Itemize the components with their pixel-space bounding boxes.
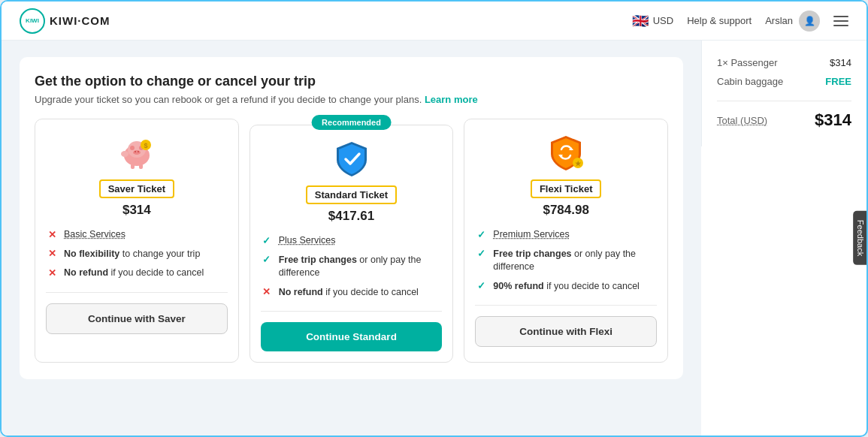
standard-feature-2-text: No refund if you decide to cancel bbox=[279, 286, 419, 300]
flexi-feature-1-text: Free trip changes or only pay the differ… bbox=[493, 248, 657, 274]
continue-flexi-button[interactable]: Continue with Flexi bbox=[475, 316, 657, 347]
basic-services-label[interactable]: Basic Services bbox=[64, 229, 126, 240]
standard-price: $417.61 bbox=[328, 209, 374, 224]
svg-text:★: ★ bbox=[575, 160, 582, 167]
subtitle-text: Upgrade your ticket so you can rebook or… bbox=[35, 94, 422, 105]
check-icon-flexi-2: ✓ bbox=[475, 281, 487, 293]
baggage-row: Cabin baggage FREE bbox=[717, 76, 851, 87]
pig-svg: $ bbox=[117, 133, 156, 172]
cross-icon-1: ✕ bbox=[46, 249, 58, 261]
section-title: Get the option to change or cancel your … bbox=[35, 74, 668, 89]
cross-icon-2: ✕ bbox=[46, 267, 58, 279]
standard-icon bbox=[331, 137, 373, 179]
check-icon-flexi-service: ✓ bbox=[475, 229, 487, 241]
sidebar-wrapper: 1× Passenger $314 Cabin baggage FREE Tot… bbox=[701, 41, 866, 435]
svg-text:$: $ bbox=[144, 142, 147, 149]
saver-divider bbox=[46, 292, 228, 293]
check-icon-flexi-1: ✓ bbox=[475, 249, 487, 261]
shield-svg bbox=[332, 139, 371, 178]
currency-label: USD bbox=[653, 15, 673, 26]
continue-saver-button[interactable]: Continue with Saver bbox=[46, 303, 228, 334]
refund-bold-flexi: 90% refund bbox=[493, 281, 543, 291]
svg-point-5 bbox=[135, 151, 136, 152]
standard-feature-1-text: Free trip changes or only pay the differ… bbox=[279, 254, 443, 280]
flexi-divider bbox=[475, 305, 657, 306]
total-amount: $314 bbox=[815, 110, 851, 130]
hamburger-line-3 bbox=[833, 25, 848, 26]
standard-feature-2: ✕ No refund if you decide to cancel bbox=[261, 286, 443, 300]
standard-ticket-label: Standard Ticket bbox=[306, 185, 397, 204]
continue-standard-button[interactable]: Continue Standard bbox=[261, 322, 443, 351]
cross-icon-service: ✕ bbox=[46, 229, 58, 241]
user-avatar[interactable]: 👤 bbox=[799, 11, 820, 32]
flexi-feature-2-text: 90% refund if you decide to cancel bbox=[493, 280, 640, 294]
flexi-features: ✓ Premium Services ✓ Free trip changes o… bbox=[475, 228, 657, 293]
free-trip-bold-std: Free trip changes bbox=[279, 255, 357, 265]
saver-ticket-label: Saver Ticket bbox=[99, 179, 174, 198]
hamburger-line-2 bbox=[833, 20, 848, 22]
flexi-service-text: Premium Services bbox=[493, 228, 569, 242]
flexi-service: ✓ Premium Services bbox=[475, 228, 657, 242]
svg-rect-8 bbox=[131, 164, 135, 169]
no-flexibility-bold: No flexibility bbox=[64, 249, 119, 259]
header: KIWI KIWI·COM 🇬🇧 USD Help & support Arsl… bbox=[2, 2, 866, 41]
header-right: 🇬🇧 USD Help & support Arslan 👤 bbox=[632, 11, 848, 32]
avatar-icon: 👤 bbox=[804, 16, 815, 26]
sidebar-divider bbox=[717, 101, 851, 101]
flexi-svg: ★ bbox=[546, 133, 585, 172]
svg-point-6 bbox=[138, 151, 139, 152]
passenger-label: 1× Passenger bbox=[717, 57, 778, 68]
passenger-row: 1× Passenger $314 bbox=[717, 57, 851, 68]
svg-rect-9 bbox=[139, 164, 143, 169]
section-subtitle: Upgrade your ticket so you can rebook or… bbox=[35, 94, 668, 105]
feedback-tab[interactable]: Feedback bbox=[853, 211, 866, 265]
premium-services-label[interactable]: Premium Services bbox=[493, 229, 569, 240]
baggage-price: FREE bbox=[825, 76, 851, 87]
cross-icon-std-2: ✕ bbox=[261, 287, 273, 299]
svg-point-2 bbox=[130, 146, 135, 150]
baggage-label: Cabin baggage bbox=[717, 76, 783, 87]
currency-selector[interactable]: 🇬🇧 USD bbox=[632, 13, 673, 29]
saver-service-text: Basic Services bbox=[64, 228, 126, 242]
saver-price: $314 bbox=[122, 203, 151, 218]
check-icon-service: ✓ bbox=[261, 235, 273, 247]
ticket-cards: $ Saver Ticket $314 ✕ Basic Services bbox=[35, 119, 668, 363]
svg-point-4 bbox=[133, 150, 141, 155]
learn-more-link[interactable]: Learn more bbox=[425, 94, 478, 105]
flexi-icon: ★ bbox=[545, 131, 587, 173]
passenger-price: $314 bbox=[830, 57, 851, 68]
logo: KIWI KIWI·COM bbox=[20, 8, 110, 34]
logo-kiwi-text: KIWI bbox=[26, 17, 39, 24]
browser-frame: KIWI KIWI·COM 🇬🇧 USD Help & support Arsl… bbox=[0, 0, 868, 437]
no-refund-bold-std: No refund bbox=[279, 287, 323, 297]
flag-icon: 🇬🇧 bbox=[632, 13, 649, 29]
standard-feature-1: ✓ Free trip changes or only pay the diff… bbox=[261, 254, 443, 280]
ticket-card-standard: Recommended Standard Ticket $417.61 bbox=[250, 125, 454, 363]
no-refund-bold-saver: No refund bbox=[64, 267, 108, 278]
user-area: Arslan 👤 bbox=[765, 11, 820, 32]
help-support-link[interactable]: Help & support bbox=[687, 15, 752, 26]
content-card: Get the option to change or cancel your … bbox=[20, 57, 683, 379]
hamburger-line-1 bbox=[833, 16, 848, 17]
flexi-feature-1: ✓ Free trip changes or only pay the diff… bbox=[475, 248, 657, 274]
logo-circle: KIWI bbox=[20, 8, 45, 34]
saver-icon: $ bbox=[116, 131, 158, 173]
hamburger-menu[interactable] bbox=[833, 16, 848, 26]
saver-feature-2-text: No refund if you decide to cancel bbox=[64, 267, 204, 280]
standard-divider bbox=[261, 311, 443, 312]
saver-feature-1: ✕ No flexibility to change your trip bbox=[46, 248, 228, 261]
saver-service: ✕ Basic Services bbox=[46, 228, 228, 242]
saver-feature-1-text: No flexibility to change your trip bbox=[64, 248, 200, 261]
content-area: Get the option to change or cancel your … bbox=[2, 41, 701, 435]
saver-feature-2: ✕ No refund if you decide to cancel bbox=[46, 267, 228, 280]
flexi-price: $784.98 bbox=[543, 203, 588, 218]
free-trip-bold-flexi: Free trip changes bbox=[493, 249, 571, 259]
standard-features: ✓ Plus Services ✓ Free trip changes or o… bbox=[261, 234, 443, 299]
standard-service-text: Plus Services bbox=[279, 234, 336, 248]
ticket-card-flexi: ★ Flexi Ticket $784.98 ✓ Premium Service… bbox=[464, 119, 668, 363]
total-label: Total (USD) bbox=[717, 115, 767, 126]
standard-service: ✓ Plus Services bbox=[261, 234, 443, 248]
plus-services-label[interactable]: Plus Services bbox=[279, 235, 336, 246]
main-content: Get the option to change or cancel your … bbox=[2, 41, 866, 435]
saver-features: ✕ Basic Services ✕ No flexibility to cha… bbox=[46, 228, 228, 280]
